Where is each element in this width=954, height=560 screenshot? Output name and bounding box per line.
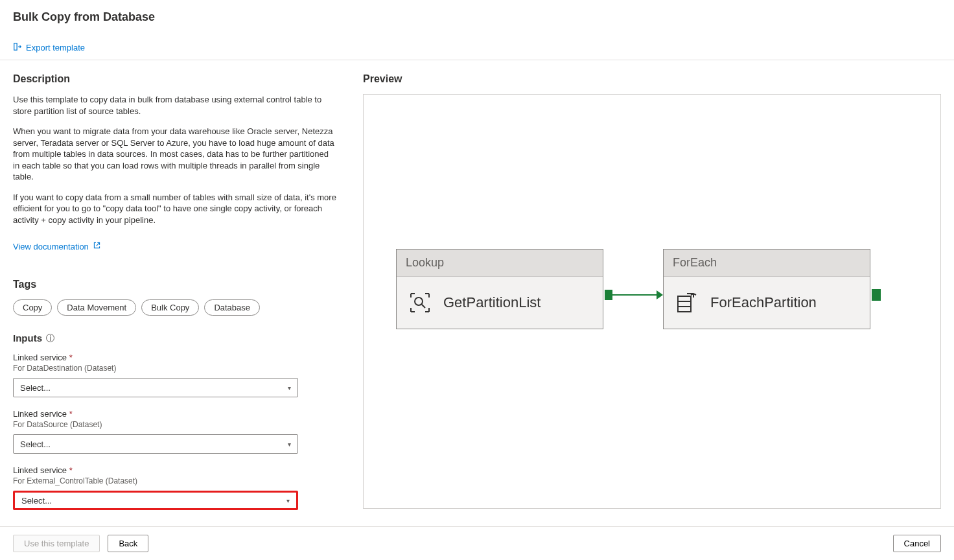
input-group-datadestination: Linked service * For DataDestination (Da…	[13, 353, 337, 397]
input-group-externalcontroltable: Linked service * For External_ControlTab…	[13, 465, 337, 510]
tag-bulk-copy[interactable]: Bulk Copy	[141, 299, 199, 316]
right-panel: Preview Lookup GetParti	[363, 73, 941, 522]
input-label: Linked service *	[13, 353, 337, 362]
select-placeholder: Select...	[20, 383, 51, 393]
toolbar: Export template	[0, 27, 954, 60]
chevron-down-icon: ▾	[288, 441, 291, 448]
description-para1: Use this template to copy data in bulk f…	[13, 94, 337, 117]
info-icon[interactable]: i	[46, 334, 54, 342]
input-sublabel: For DataDestination (Dataset)	[13, 364, 337, 373]
linked-service-select-datadestination[interactable]: Select... ▾	[13, 378, 298, 397]
preview-canvas[interactable]: Lookup GetPartitionList	[363, 94, 941, 509]
input-sublabel: For External_ControlTable (Dataset)	[13, 476, 337, 485]
activity-name: GetPartitionList	[443, 294, 541, 311]
lookup-icon	[408, 291, 432, 314]
svg-rect-2	[678, 296, 691, 312]
inputs-heading-label: Inputs	[13, 332, 42, 344]
tags-heading: Tags	[13, 279, 337, 290]
left-panel: Description Use this template to copy da…	[13, 73, 337, 522]
activity-name: ForEachPartition	[710, 294, 817, 311]
page-title: Bulk Copy from Database	[0, 0, 954, 27]
input-label: Linked service *	[13, 465, 337, 475]
activity-type-label: ForEach	[664, 250, 870, 277]
description-para2: When you want to migrate data from your …	[13, 126, 337, 183]
export-template-link[interactable]: Export template	[13, 42, 85, 53]
select-placeholder: Select...	[20, 439, 51, 449]
external-link-icon	[93, 241, 101, 251]
use-this-template-button: Use this template	[13, 535, 100, 552]
input-group-datasource: Linked service * For DataSource (Dataset…	[13, 409, 337, 454]
activity-connector	[605, 293, 663, 297]
activity-lookup[interactable]: Lookup GetPartitionList	[396, 249, 603, 329]
back-button[interactable]: Back	[108, 535, 148, 552]
export-template-label: Export template	[26, 43, 85, 52]
select-placeholder: Select...	[21, 496, 52, 506]
tag-database[interactable]: Database	[204, 299, 260, 316]
inputs-heading: Inputs i	[13, 332, 337, 344]
linked-service-select-externalcontroltable[interactable]: Select... ▾	[13, 491, 298, 510]
tag-copy[interactable]: Copy	[13, 299, 52, 316]
tag-data-movement[interactable]: Data Movement	[57, 299, 136, 316]
connector-end	[872, 289, 881, 301]
foreach-icon	[675, 291, 699, 314]
svg-rect-0	[14, 43, 17, 51]
activity-foreach[interactable]: ForEach ForEachPartition	[663, 249, 870, 329]
linked-service-select-datasource[interactable]: Select... ▾	[13, 434, 298, 454]
chevron-down-icon: ▾	[288, 384, 291, 391]
input-sublabel: For DataSource (Dataset)	[13, 420, 337, 429]
tags-row: Copy Data Movement Bulk Copy Database	[13, 299, 337, 316]
description-heading: Description	[13, 73, 337, 85]
export-icon	[13, 42, 22, 53]
chevron-down-icon: ▾	[286, 497, 290, 504]
input-label: Linked service *	[13, 409, 337, 419]
cancel-button[interactable]: Cancel	[893, 535, 941, 552]
description-para3: If you want to copy data from a small nu…	[13, 192, 337, 226]
footer: Use this template Back Cancel	[0, 526, 954, 560]
doc-link-label: View documentation	[13, 242, 89, 251]
activity-type-label: Lookup	[397, 250, 603, 277]
view-documentation-link[interactable]: View documentation	[13, 241, 101, 251]
preview-heading: Preview	[363, 73, 941, 85]
